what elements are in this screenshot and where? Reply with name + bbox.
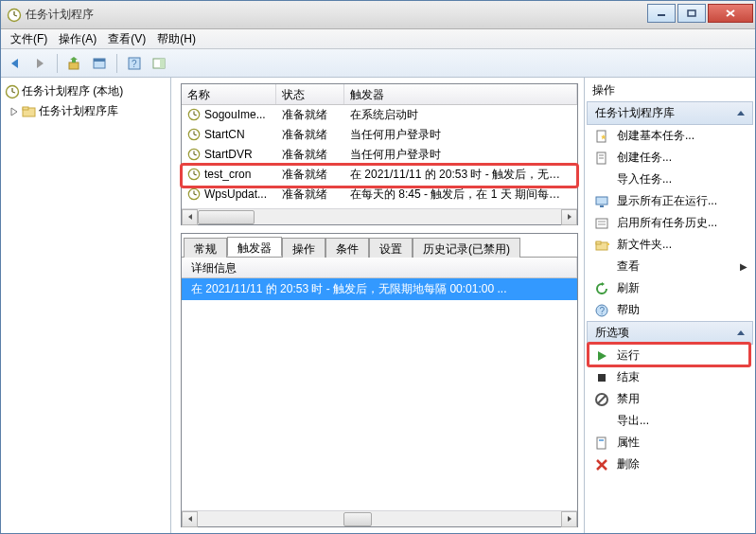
menu-file[interactable]: 文件(F) xyxy=(5,29,53,49)
actions-section-selected[interactable]: 所选项 xyxy=(587,321,753,345)
task-trigger: 在 2021/11/11 的 20:53 时 - 触发后，无… xyxy=(344,165,577,185)
tab[interactable]: 历史记录(已禁用) xyxy=(413,238,520,258)
svg-line-61 xyxy=(598,396,606,403)
detail-hscroll[interactable] xyxy=(182,510,577,526)
svg-marker-8 xyxy=(37,59,44,68)
task-name: test_cron xyxy=(204,168,251,181)
actions-section-library-label: 任务计划程序库 xyxy=(595,105,675,121)
menu-help[interactable]: 帮助(H) xyxy=(151,29,202,49)
task-trigger: 在每天的 8:45 - 触发后，在 1 天 期间每… xyxy=(344,185,577,205)
up-button[interactable] xyxy=(63,52,86,75)
action-删除[interactable]: 删除 xyxy=(587,454,753,475)
action-新文件夹...[interactable]: 新文件夹... xyxy=(587,234,753,256)
tab[interactable]: 操作 xyxy=(282,238,325,258)
action-label: 导入任务... xyxy=(617,171,672,187)
svg-marker-55 xyxy=(602,282,605,286)
table-row[interactable]: StartDVR准备就绪当任何用户登录时 xyxy=(182,145,577,165)
col-header-state[interactable]: 状态 xyxy=(276,84,344,104)
task-list-hscroll[interactable] xyxy=(182,208,577,224)
action-帮助[interactable]: ?帮助 xyxy=(587,299,753,321)
detail-scroll-thumb[interactable] xyxy=(343,512,372,526)
table-row[interactable]: StartCN准备就绪当任何用户登录时 xyxy=(182,125,577,145)
action-显示所有正在运行...[interactable]: 显示所有正在运行... xyxy=(587,190,753,212)
action-运行[interactable]: 运行 xyxy=(587,345,753,366)
task-trigger: 当任何用户登录时 xyxy=(344,125,577,145)
scroll-left-button[interactable] xyxy=(182,209,198,225)
action-导入任务...[interactable]: 导入任务... xyxy=(587,169,753,190)
tree-panel: 任务计划程序 (本地) 任务计划程序库 xyxy=(1,78,171,533)
svg-rect-48 xyxy=(600,205,604,207)
body: 任务计划程序 (本地) 任务计划程序库 名称 状态 触发器 SogouIme..… xyxy=(1,78,755,533)
scroll-thumb[interactable] xyxy=(198,210,255,224)
detail-header-label[interactable]: 详细信息 xyxy=(182,258,577,277)
disable-icon xyxy=(594,392,609,407)
task-trigger: 在系统启动时 xyxy=(344,105,577,125)
actions-section-library[interactable]: 任务计划程序库 xyxy=(587,101,753,125)
task-trigger: 当任何用户登录时 xyxy=(344,145,577,165)
help-button[interactable]: ? xyxy=(123,52,146,75)
props-icon xyxy=(594,436,609,451)
tree-root-label: 任务计划程序 (本地) xyxy=(22,83,123,99)
trigger-detail-row[interactable]: 在 2021/11/11 的 20:53 时 - 触发后，无限期地每隔 00:0… xyxy=(182,278,577,300)
col-header-trigger[interactable]: 触发器 xyxy=(344,84,577,104)
forward-button[interactable] xyxy=(28,52,51,75)
svg-marker-20 xyxy=(11,108,17,116)
action-启用所有任务历史...[interactable]: 启用所有任务历史... xyxy=(587,212,753,234)
show-hide-console-button[interactable] xyxy=(88,52,111,75)
table-row[interactable]: SogouIme...准备就绪在系统启动时 xyxy=(182,105,577,125)
action-导出...[interactable]: 导出... xyxy=(587,410,753,432)
stop-icon xyxy=(594,370,609,385)
task-state: 准备就绪 xyxy=(276,165,344,185)
close-button[interactable] xyxy=(708,4,753,23)
help-icon: ? xyxy=(594,303,609,318)
action-查看[interactable]: 查看▶ xyxy=(587,256,753,277)
collapse-icon xyxy=(737,111,745,116)
action-创建任务...[interactable]: 创建任务... xyxy=(587,147,753,169)
show-action-pane-button[interactable] xyxy=(148,52,170,75)
svg-rect-62 xyxy=(597,437,606,449)
table-row[interactable]: test_cron准备就绪在 2021/11/11 的 20:53 时 - 触发… xyxy=(182,165,577,185)
tab[interactable]: 常规 xyxy=(184,238,227,258)
titlebar: 任务计划程序 xyxy=(1,1,755,29)
main-panel: 名称 状态 触发器 SogouIme...准备就绪在系统启动时StartCN准备… xyxy=(171,78,585,533)
task-name: StartDVR xyxy=(204,148,253,161)
menu-view[interactable]: 查看(V) xyxy=(102,29,151,49)
action-属性[interactable]: 属性 xyxy=(587,432,753,454)
collapse-icon xyxy=(737,330,745,335)
task-name: SogouIme... xyxy=(204,108,266,121)
table-row[interactable]: WpsUpdat...准备就绪在每天的 8:45 - 触发后，在 1 天 期间每… xyxy=(182,185,577,205)
svg-rect-12 xyxy=(94,59,105,62)
action-禁用[interactable]: 禁用 xyxy=(587,388,753,410)
task-name: StartCN xyxy=(204,128,245,141)
svg-rect-49 xyxy=(596,219,607,228)
expand-icon[interactable] xyxy=(9,106,20,117)
svg-rect-53 xyxy=(596,241,601,244)
scroll-right-button[interactable] xyxy=(561,209,577,225)
action-label: 创建基本任务... xyxy=(617,128,694,144)
task-list-body: SogouIme...准备就绪在系统启动时StartCN准备就绪当任何用户登录时… xyxy=(182,105,577,208)
detail-scroll-left[interactable] xyxy=(182,511,198,527)
tab[interactable]: 设置 xyxy=(369,238,413,258)
delete-icon xyxy=(594,457,609,472)
tree-root[interactable]: 任务计划程序 (本地) xyxy=(3,81,168,101)
task-state: 准备就绪 xyxy=(276,125,344,145)
svg-rect-16 xyxy=(160,59,165,68)
tab[interactable]: 触发器 xyxy=(227,237,282,257)
tree-child[interactable]: 任务计划程序库 xyxy=(3,101,168,121)
action-结束[interactable]: 结束 xyxy=(587,366,753,388)
minimize-button[interactable] xyxy=(647,4,676,23)
action-创建基本任务...[interactable]: 创建基本任务... xyxy=(587,125,753,147)
back-button[interactable] xyxy=(4,52,26,75)
blank-icon xyxy=(594,259,609,275)
action-刷新[interactable]: 刷新 xyxy=(587,277,753,299)
selected-actions: 运行结束禁用导出...属性删除 xyxy=(587,345,753,475)
svg-rect-4 xyxy=(688,10,695,16)
detail-scroll-right[interactable] xyxy=(561,511,577,527)
task-state: 准备就绪 xyxy=(276,145,344,165)
action-label: 删除 xyxy=(617,456,640,472)
maximize-button[interactable] xyxy=(677,4,706,23)
svg-text:?: ? xyxy=(600,306,606,316)
menu-action[interactable]: 操作(A) xyxy=(53,29,102,49)
col-header-name[interactable]: 名称 xyxy=(182,84,276,104)
tab[interactable]: 条件 xyxy=(325,238,369,258)
